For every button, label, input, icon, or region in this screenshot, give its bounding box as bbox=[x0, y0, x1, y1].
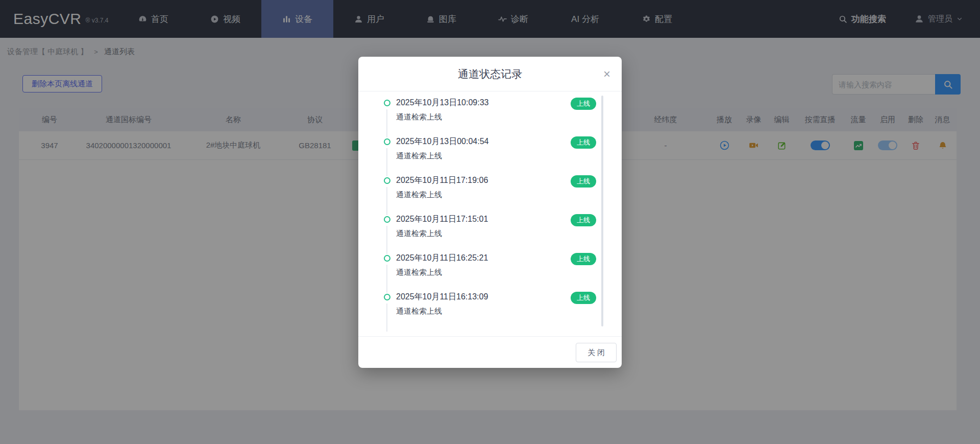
record-desc: 通道检索上线 bbox=[396, 189, 566, 200]
timeline-node-icon bbox=[384, 138, 390, 145]
list-item: 2025年10月11日16:13:09 通道检索上线 上线 bbox=[358, 288, 622, 326]
status-badge: 上线 bbox=[571, 136, 596, 149]
list-item: 2025年10月11日17:15:01 通道检索上线 上线 bbox=[358, 210, 622, 249]
status-badge: 上线 bbox=[571, 214, 596, 226]
record-time: 2025年10月13日10:09:33 bbox=[396, 97, 566, 109]
list-item: 2025年10月11日16:25:21 通道检索上线 上线 bbox=[358, 249, 622, 288]
record-time: 2025年10月11日16:13:09 bbox=[396, 291, 566, 303]
record-time: 2025年10月11日17:15:01 bbox=[396, 213, 566, 225]
list-item: 2025年10月13日10:09:33 通道检索上线 上线 bbox=[358, 94, 622, 132]
record-time: 2025年10月11日16:25:21 bbox=[396, 252, 566, 264]
status-badge: 上线 bbox=[571, 292, 596, 304]
record-desc: 通道检索上线 bbox=[396, 228, 566, 239]
record-desc: 通道检索上线 bbox=[396, 111, 566, 122]
status-badge: 上线 bbox=[571, 253, 596, 265]
dialog-header: 通道状态记录 × bbox=[358, 57, 622, 91]
close-x-icon[interactable]: × bbox=[603, 68, 610, 80]
status-record-list: 2025年10月13日10:09:33 通道检索上线 上线 2025年10月13… bbox=[358, 91, 622, 336]
record-time: 2025年10月11日17:19:06 bbox=[396, 174, 566, 186]
list-item: 2025年10月11日17:19:06 通道检索上线 上线 bbox=[358, 171, 622, 210]
channel-status-dialog: 通道状态记录 × 2025年10月13日10:09:33 通道检索上线 上线 2… bbox=[358, 57, 622, 368]
timeline-node-icon bbox=[384, 216, 390, 223]
record-time: 2025年10月13日00:04:54 bbox=[396, 135, 566, 148]
dialog-footer: 关 闭 bbox=[358, 336, 622, 368]
timeline-node-icon bbox=[384, 255, 390, 262]
status-badge: 上线 bbox=[571, 98, 596, 110]
timeline-node-icon bbox=[384, 294, 390, 300]
timeline-node-icon bbox=[384, 177, 390, 184]
record-desc: 通道检索上线 bbox=[396, 267, 566, 277]
record-desc: 通道检索上线 bbox=[396, 306, 566, 316]
list-item: 2025年10月13日00:04:54 通道检索上线 上线 bbox=[358, 132, 622, 171]
record-desc: 通道检索上线 bbox=[396, 150, 566, 161]
scrollbar-thumb[interactable] bbox=[601, 96, 603, 326]
dialog-title: 通道状态记录 bbox=[458, 67, 522, 81]
status-badge: 上线 bbox=[571, 175, 596, 188]
timeline-connector bbox=[386, 303, 387, 332]
timeline-node-icon bbox=[384, 100, 390, 106]
close-button[interactable]: 关 闭 bbox=[576, 343, 617, 362]
